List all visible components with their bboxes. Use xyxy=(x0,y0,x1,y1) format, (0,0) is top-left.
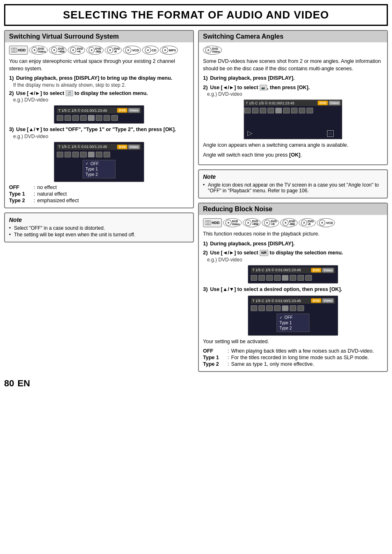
surround-step-3-label: 3) xyxy=(9,126,14,132)
surround-screen-2-topbar: T 1/5 C 1/5 © 0:01:00/1:23:45 DVD Video xyxy=(57,144,141,150)
noise-step-3: 3) Use [▲/▼] to select a desired option,… xyxy=(203,286,383,293)
camera-screen-topbar: T 1/5 C 1/5 © 0:01:00/1:23:45 DVD Video xyxy=(244,100,342,106)
camera-dvd-label: DVD xyxy=(318,101,328,105)
svg-point-3 xyxy=(34,49,35,51)
surround-def-type1-desc: natural effect xyxy=(37,191,67,197)
noise-dvd-r-plus-icon: DVD+R xyxy=(262,218,279,227)
svg-point-7 xyxy=(72,49,74,51)
surround-step-2-sub: e.g.) DVD-video xyxy=(13,97,189,103)
s2-icon-2 xyxy=(65,152,71,157)
cam-icon-3 xyxy=(260,108,266,113)
dvd-r-plus-icon: DVD+R xyxy=(68,46,85,55)
vcd-icon: VCD xyxy=(123,46,141,55)
surround-screen-1-info: T 1/5 C 1/5 © 0:01:00/1:23:45 xyxy=(58,108,107,113)
noise-media-icons: HDD DVDVideo DVD+RW DVD+R xyxy=(203,218,383,227)
noise-dvd-rw-minus-icon: DVD-RW xyxy=(280,218,297,227)
s2-icon-5 xyxy=(88,152,95,157)
surround-step-2-label: 2) xyxy=(9,90,14,96)
s2-icon-1 xyxy=(57,152,63,157)
noise-def-off-colon: : xyxy=(228,348,229,354)
camera-screen-body: ▷ □ xyxy=(244,114,342,139)
noise-dvd-r-minus-icon: DVD-R xyxy=(299,218,316,227)
noise-def-type1-colon: : xyxy=(228,355,229,360)
noise-screen-1-topbar: T 1/5 C 1/5 © 0:01:00/1:23:45 DVD Video xyxy=(251,267,335,273)
camera-note-title: Note xyxy=(203,173,383,180)
n2-icon-7 xyxy=(297,305,304,311)
surround-step-2: 2) Use [◄/►] to select 🎵 to display the … xyxy=(9,90,189,103)
dvd-label-2: DVD xyxy=(117,145,127,149)
surround-step-3-text: Use [▲/▼] to select "OFF", "Type 1" or "… xyxy=(16,127,176,132)
noise-def-type1: Type 1 : For the titles recorded in long… xyxy=(203,355,383,360)
n1-icon-5-nr xyxy=(282,275,288,281)
camera-screen-icons xyxy=(244,107,342,114)
camera-section: Switching Camera Angles DVDVideo Some DV… xyxy=(198,30,388,165)
screen-icon-8 xyxy=(111,115,118,121)
n2-icon-2 xyxy=(258,305,265,311)
check-icon: ✓ xyxy=(85,162,89,166)
surround-step-1-text: During playback, press [DISPLAY] to brin… xyxy=(16,75,172,81)
svg-point-17 xyxy=(164,49,166,51)
noise-intro: This function reduces noise in the playb… xyxy=(203,231,383,238)
surround-note-list: Select "OFF" in a case sound is distorte… xyxy=(9,225,189,238)
surround-section: Switching Virtual Surround System HDD DV… xyxy=(4,30,194,208)
camera-media-icons: DVDVideo xyxy=(203,46,383,55)
svg-point-31 xyxy=(303,222,305,224)
cam-icon-6 xyxy=(283,108,290,113)
dvd-r-minus-icon: DVD-R xyxy=(105,46,122,55)
mp3-icon: MP3 xyxy=(160,46,178,55)
noise-setting-text: Your setting will be activated. xyxy=(203,338,383,346)
hdd-icon: HDD xyxy=(9,46,28,55)
svg-point-19 xyxy=(208,49,209,51)
cam-icon-8 xyxy=(299,108,305,113)
camera-step-2-text: Use [◄/►] to select 📷, then press [OK]. xyxy=(210,85,310,90)
noise-screen-1-info: T 1/5 C 1/5 © 0:01:00/1:23:45 xyxy=(252,268,301,272)
svg-point-5 xyxy=(53,49,55,51)
noise-hdd-icon: HDD xyxy=(203,218,222,227)
surround-screen-2-info: T 1/5 C 1/5 © 0:01:00/1:23:45 xyxy=(58,145,107,149)
camera-note-item-1: Angle icon does not appear on the TV scr… xyxy=(203,182,383,194)
bottom-bar: 80 EN xyxy=(4,378,388,389)
surround-note-item-1: Select "OFF" in a case sound is distorte… xyxy=(9,225,189,231)
page-en-label: EN xyxy=(17,378,30,389)
svg-point-29 xyxy=(285,222,286,224)
cam-icon-2 xyxy=(252,108,258,113)
cam-icon-4 xyxy=(267,108,274,113)
surround-def-off-term: OFF xyxy=(9,185,32,190)
cam-icon-1 xyxy=(244,108,251,113)
n1-icon-2 xyxy=(258,275,265,281)
dvd-rw-plus-icon: DVD+RW xyxy=(49,46,67,55)
noise-step-1: 1) During playback, press [DISPLAY]. xyxy=(203,240,383,248)
noise-menu-off: ✓ OFF xyxy=(279,315,307,320)
surround-def-off-desc: no effect xyxy=(37,185,57,190)
camera-dvd-video-icon: DVDVideo xyxy=(203,46,222,55)
noise-def-type2-term: Type 2 xyxy=(203,361,226,367)
surround-media-icons: HDD DVDVideo DVD+RW DVD+R xyxy=(9,46,189,55)
noise-step-2-label: 2) xyxy=(203,249,208,256)
surround-screen-1: T 1/5 C 1/5 © 0:01:00/1:23:45 DVD Video xyxy=(54,105,144,124)
camera-title: Switching Camera Angles xyxy=(199,31,387,42)
svg-point-33 xyxy=(321,222,323,224)
noise-dvd-video-icon: DVDVideo xyxy=(223,218,242,227)
video-label-2: Video xyxy=(128,145,140,149)
dvd-label: DVD xyxy=(117,108,127,113)
noise-def-type2-colon: : xyxy=(228,361,229,367)
n1-icon-3 xyxy=(266,275,273,281)
angle-indicator: □ xyxy=(327,130,334,137)
screen-icon-3 xyxy=(72,115,79,121)
camera-intro: Some DVD-videos have scenes shot from 2 … xyxy=(203,58,383,72)
n2-icon-5-nr xyxy=(282,305,288,311)
svg-point-27 xyxy=(266,222,268,224)
surround-menu-type1: Type 1 xyxy=(85,166,113,172)
noise-title: Reducing Block Noise xyxy=(199,203,387,215)
screen-icon-5-selected xyxy=(88,115,95,121)
page: SELECTING THE FORMAT OF AUDIO AND VIDEO … xyxy=(0,0,392,554)
surround-screen-1-icons xyxy=(57,114,141,122)
screen-icon-2 xyxy=(65,115,71,121)
surround-note: Note Select "OFF" in a case sound is dis… xyxy=(4,212,194,242)
surround-step-1: 1) During playback, press [DISPLAY] to b… xyxy=(9,75,189,88)
svg-point-1 xyxy=(13,49,15,51)
camera-screen-info: T 1/5 C 1/5 © 0:01:00/1:23:45 xyxy=(246,101,295,105)
video-label: Video xyxy=(128,108,140,113)
s2-icon-6 xyxy=(96,152,102,157)
screen-icon-7 xyxy=(104,115,110,121)
